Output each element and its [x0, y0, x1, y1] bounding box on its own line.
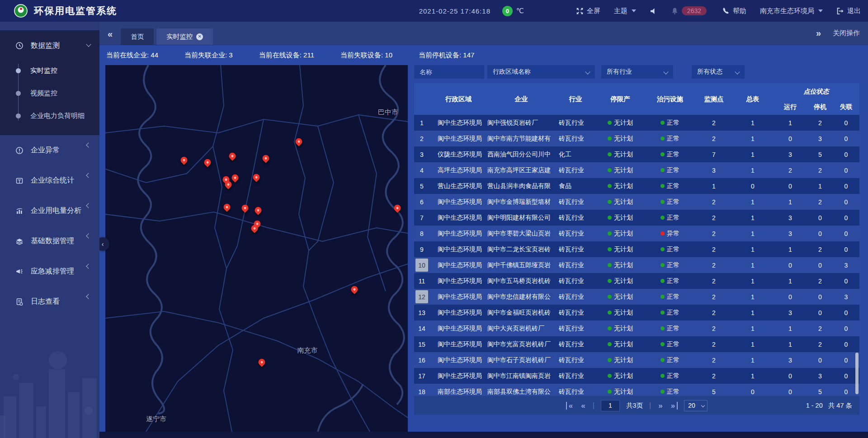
table-row[interactable]: 16阆中生态环境局阆中市石子页岩机砖厂砖瓦行业无计划正常21300 — [414, 352, 859, 368]
table-scrollbar-thumb[interactable] — [855, 353, 859, 394]
tab-scroll-left-icon[interactable]: « — [108, 29, 113, 39]
industry-select[interactable]: 所有行业 — [601, 65, 673, 79]
column-header-行政区域[interactable]: 行政区域 — [429, 83, 487, 115]
sidebar-subitem-视频监控[interactable]: 视频监控 — [0, 82, 99, 104]
pollution-facility-label: 正常 — [667, 388, 679, 396]
prev-page-button[interactable]: « — [580, 402, 586, 410]
status-select[interactable]: 所有状态 — [692, 65, 745, 79]
pollution-facility-label: 正常 — [667, 245, 679, 254]
pollution-facility-label: 正常 — [667, 166, 679, 174]
region-cell: 阆中生态环境局 — [429, 226, 487, 241]
sidebar-item-日志查看[interactable]: 日志查看 — [0, 287, 99, 317]
datetime-label: 2021-02-25 17:46:18 — [419, 7, 491, 15]
sidebar-item-基础数据管理[interactable]: 基础数据管理 — [0, 226, 99, 256]
table-row[interactable]: 17阆中生态环境局阆中市江南镇阆南页岩砖瓦行业无计划正常21030 — [414, 368, 859, 384]
pollution-facility-cell: 正常 — [645, 368, 695, 384]
column-subheader-运行[interactable]: 运行 — [773, 102, 807, 112]
halt-count-cell: 3 — [807, 131, 833, 146]
stop-limit-label: 无计划 — [614, 245, 633, 254]
sidebar-subitem-实时监控[interactable]: 实时监控 — [0, 59, 99, 82]
table-row[interactable]: 18南部生态环境局南部县双佛土湾有限公砖瓦行业无计划正常50050 — [414, 384, 859, 396]
layers-icon — [15, 237, 24, 245]
status-dot-icon — [608, 152, 612, 156]
industry-cell: 食品 — [555, 178, 596, 194]
column-header-治污设施[interactable]: 治污设施 — [645, 83, 695, 115]
monitor-points-cell: 2 — [695, 131, 732, 146]
table-row[interactable]: 8阆中生态环境局阆中市枣碧大梁山页岩砖瓦行业无计划异常21300 — [414, 226, 859, 241]
table-row[interactable]: 6阆中生态环境局阆中市金博瑞新型墙材砖瓦行业无计划正常21120 — [414, 194, 859, 210]
column-header-企业[interactable]: 企业 — [487, 83, 555, 115]
halt-count-cell: 0 — [807, 210, 833, 226]
page-number-input[interactable] — [601, 400, 620, 411]
last-page-button[interactable]: » — [670, 402, 678, 410]
industry-cell: 砖瓦行业 — [555, 336, 596, 352]
tab-实时监控[interactable]: 实时监控✕ — [156, 28, 213, 45]
pollution-facility-cell: 异常 — [645, 226, 695, 241]
table-row[interactable]: 9阆中生态环境局阆中市二龙长宝页岩砖砖瓦行业无计划正常21120 — [414, 241, 859, 257]
row-number: 18 — [415, 385, 428, 396]
table-row[interactable]: 12阆中生态环境局阆中市忠信建材有限公砖瓦行业无计划正常21003 — [414, 289, 859, 305]
table-row[interactable]: 7阆中生态环境局阆中明阳建材有限公司砖瓦行业无计划正常21300 — [414, 210, 859, 226]
notification-count-badge: 2632 — [682, 6, 707, 15]
sidebar-item-企业用电量分析[interactable]: 企业用电量分析 — [0, 196, 99, 226]
column-subheader-停机[interactable]: 停机 — [807, 102, 833, 112]
stop-limit-cell: 无计划 — [596, 273, 645, 289]
tab-bar: « 首页实时监控✕ » 关闭操作 — [99, 22, 868, 45]
notifications[interactable]: 2632 — [671, 6, 707, 15]
region-cell: 阆中生态环境局 — [429, 131, 487, 146]
company-cell: 阆中强锐页岩砖厂 — [487, 115, 555, 131]
sidebar-item-企业异常[interactable]: 企业异常 — [0, 135, 99, 165]
chevron-left-icon — [86, 294, 91, 299]
industry-select-value: 所有行业 — [607, 68, 632, 76]
column-header-停限产[interactable]: 停限产 — [596, 83, 645, 115]
sidebar-item-数据监测[interactable]: 数据监测 — [0, 36, 99, 56]
table-row[interactable]: 15阆中生态环境局阆中市光富页岩机砖厂砖瓦行业无计划正常21120 — [414, 336, 859, 352]
table-header: 行政区域企业行业停限产治污设施监测点总表点位状态运行停机失联 — [414, 83, 859, 115]
pollution-facility-cell: 正常 — [645, 320, 695, 336]
column-header-行业[interactable]: 行业 — [555, 83, 596, 115]
run-count-cell: 2 — [773, 162, 807, 178]
logout-button[interactable]: 退出 — [836, 7, 861, 15]
region-cell: 营山生态环境局 — [429, 178, 487, 194]
next-page-button[interactable]: » — [657, 402, 663, 410]
map-panel[interactable]: 巴中市南充市遂宁市 — [105, 65, 408, 432]
theme-menu[interactable]: 主题 — [614, 7, 636, 15]
pollution-facility-label: 正常 — [667, 182, 679, 190]
table-row[interactable]: 11阆中生态环境局阆中市五马桥页岩机砖砖瓦行业无计划正常21120 — [414, 273, 859, 289]
tab-scroll-right-icon[interactable]: » — [816, 28, 821, 38]
column-header-总表[interactable]: 总表 — [732, 83, 773, 115]
sidebar-subitem-企业电力负荷明细[interactable]: 企业电力负荷明细 — [0, 104, 99, 127]
region-cell: 阆中生态环境局 — [429, 273, 487, 289]
region-select[interactable]: 行政区域名称 — [487, 65, 595, 79]
table-row[interactable]: 13阆中生态环境局阆中市金福旺页岩机砖砖瓦行业无计划正常21300 — [414, 305, 859, 320]
table-row[interactable]: 14阆中生态环境局阆中大兴页岩机砖厂砖瓦行业无计划正常21120 — [414, 320, 859, 336]
total-pages-label: 共3页 — [626, 401, 643, 410]
first-page-button[interactable]: « — [566, 402, 574, 410]
stop-limit-label: 无计划 — [614, 340, 633, 349]
tab-首页[interactable]: 首页 — [121, 28, 154, 45]
sidebar-item-企业综合统计[interactable]: 企业综合统计 — [0, 165, 99, 196]
industry-cell: 砖瓦行业 — [555, 115, 596, 131]
name-search-input[interactable] — [420, 68, 479, 75]
table-row[interactable]: 3仪陇生态环境局西南油气田分公司川中化工无计划正常71350 — [414, 146, 859, 162]
table-row[interactable]: 1阆中生态环境局阆中强锐页岩砖厂砖瓦行业无计划正常21120 — [414, 115, 859, 131]
table-row[interactable]: 5营山生态环境局营山县润丰肉食品有限食品无计划正常10010 — [414, 178, 859, 194]
table-row[interactable]: 4高坪生态环境局南充市高坪区王家店建砖瓦行业无计划正常31220 — [414, 162, 859, 178]
total-meter-cell: 1 — [732, 257, 773, 273]
column-header-监测点[interactable]: 监测点 — [695, 83, 732, 115]
mute-button[interactable] — [650, 7, 657, 15]
org-menu[interactable]: 南充市生态环境局 — [760, 7, 823, 15]
sidebar-item-应急减排管理[interactable]: 应急减排管理 — [0, 256, 99, 287]
status-dot-icon — [608, 374, 612, 378]
company-cell: 西南油气田分公司川中 — [487, 146, 555, 162]
close-operations-button[interactable]: 关闭操作 — [833, 29, 860, 38]
help-button[interactable]: 帮助 — [722, 7, 746, 15]
page-size-select[interactable]: 20 — [684, 400, 708, 411]
fullscreen-button[interactable]: 全屏 — [576, 7, 600, 15]
column-subheader-失联[interactable]: 失联 — [833, 102, 859, 112]
tab-close-icon[interactable]: ✕ — [196, 33, 203, 40]
monitor-points-cell: 2 — [695, 257, 732, 273]
total-count-label: 共 47 条 — [828, 402, 852, 409]
table-row[interactable]: 2阆中生态环境局阆中市南方节能建材有砖瓦行业无计划正常21030 — [414, 131, 859, 146]
table-row[interactable]: 10阆中生态环境局阆中千佛镇五郎垭页岩砖瓦行业无计划正常21003 — [414, 257, 859, 273]
